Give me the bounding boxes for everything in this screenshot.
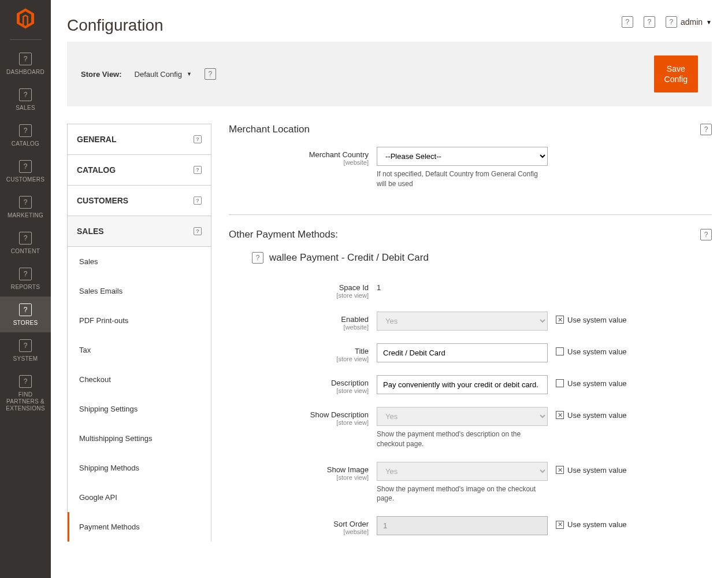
subsection-wallee[interactable]: ? wallee Payment - Credit / Debit Card (229, 252, 712, 264)
field-label-text: Space Id (339, 283, 369, 292)
section-merchant-location[interactable]: Merchant Location ? (229, 124, 712, 143)
config-tab-catalog[interactable]: CATALOG? (68, 155, 211, 186)
page-header: Configuration ? ? ? admin ▼ (67, 0, 712, 42)
stores-icon: ? (19, 303, 32, 316)
field-note: Show the payment method's image on the c… (377, 484, 548, 504)
nav-sales[interactable]: ?SALES (0, 81, 51, 117)
page-title: Configuration (67, 16, 164, 35)
field-note: Show the payment method's description on… (377, 429, 548, 449)
config-sub-payment-methods[interactable]: Payment Methods (68, 512, 211, 542)
subsection-title: wallee Payment - Credit / Debit Card (269, 252, 429, 264)
show-image-select: Yes (377, 462, 548, 481)
config-tab-general[interactable]: GENERAL? (68, 124, 211, 155)
config-sub-shipping-settings[interactable]: Shipping Settings (68, 394, 211, 424)
nav-catalog[interactable]: ?CATALOG (0, 117, 51, 153)
checkbox-icon (556, 379, 564, 387)
reports-icon: ? (19, 268, 32, 280)
nav-partners[interactable]: ?FIND PARTNERS & EXTENSIONS (0, 368, 51, 418)
nav-label: CONTENT (11, 248, 40, 255)
field-title: Title[store view] Use system value (229, 343, 712, 362)
save-config-button[interactable]: Save Config (654, 55, 698, 92)
checkbox-label: Use system value (567, 347, 627, 356)
nav-stores[interactable]: ?STORES (0, 297, 51, 332)
nav-label: SYSTEM (13, 355, 38, 362)
checkbox-label: Use system value (567, 379, 627, 388)
config-sub-google-api[interactable]: Google API (68, 483, 211, 512)
scope-label: Store View: (81, 70, 122, 79)
field-scope: [store view] (229, 474, 369, 481)
scope-help-icon[interactable]: ? (205, 68, 216, 80)
nav-label: DASHBOARD (6, 69, 44, 76)
user-menu[interactable]: ? admin ▼ (666, 16, 712, 28)
field-show-description: Show Description[store view] YesShow the… (229, 407, 712, 449)
config-sub-multishipping[interactable]: Multishipping Settings (68, 424, 211, 453)
description-input[interactable] (377, 375, 548, 394)
config-sub-sales[interactable]: Sales (68, 247, 211, 276)
nav-reports[interactable]: ?REPORTS (0, 261, 51, 297)
admin-sidebar: ?DASHBOARD ?SALES ?CATALOG ?CUSTOMERS ?M… (0, 0, 51, 578)
section-title: Other Payment Methods: (229, 229, 338, 240)
nav-customers[interactable]: ?CUSTOMERS (0, 153, 51, 189)
sales-icon: ? (19, 88, 32, 101)
use-system-show-image[interactable]: Use system value (556, 462, 627, 475)
field-label-text: Title (355, 347, 369, 355)
field-label-text: Show Description (310, 410, 369, 419)
nav-label: FIND PARTNERS & EXTENSIONS (6, 391, 44, 412)
collapse-icon: ? (252, 252, 263, 264)
nav-dashboard[interactable]: ?DASHBOARD (0, 46, 51, 81)
checkbox-icon (556, 521, 564, 529)
config-sub-shipping-methods[interactable]: Shipping Methods (68, 453, 211, 483)
field-label-text: Merchant Country (309, 150, 369, 159)
config-sub-sales-emails[interactable]: Sales Emails (68, 276, 211, 306)
content-icon: ? (19, 232, 32, 244)
config-content: GENERAL? CATALOG? CUSTOMERS? SALES? Sale… (67, 124, 712, 542)
notifications-icon[interactable]: ? (622, 16, 633, 28)
use-system-show-desc[interactable]: Use system value (556, 407, 627, 420)
checkbox-label: Use system value (567, 411, 627, 420)
checkbox-icon (556, 347, 564, 355)
field-note: If not specified, Default Country from G… (377, 169, 548, 189)
nav-label: MARKETING (8, 212, 43, 219)
scope-value: Default Config (135, 70, 182, 79)
checkbox-label: Use system value (567, 466, 627, 475)
scope-selector[interactable]: Default Config ▼ (135, 70, 192, 79)
search-icon[interactable]: ? (644, 16, 655, 28)
use-system-sort-order[interactable]: Use system value (556, 516, 627, 529)
nav-marketing[interactable]: ?MARKETING (0, 189, 51, 225)
expand-icon: ? (194, 227, 202, 235)
config-sub-checkout[interactable]: Checkout (68, 365, 211, 394)
field-merchant-country: Merchant Country [website] --Please Sele… (229, 147, 712, 189)
config-sub-pdf[interactable]: PDF Print-outs (68, 306, 211, 335)
config-tab-sales[interactable]: SALES? (68, 216, 211, 247)
sort-order-input (377, 516, 548, 535)
nav-label: CUSTOMERS (6, 176, 44, 183)
checkbox-icon (556, 466, 564, 474)
use-system-description[interactable]: Use system value (556, 375, 627, 388)
field-scope: [store view] (229, 292, 369, 299)
use-system-title[interactable]: Use system value (556, 343, 627, 356)
nav-label: STORES (13, 320, 38, 327)
collapse-icon: ? (194, 135, 202, 143)
config-nav: GENERAL? CATALOG? CUSTOMERS? SALES? Sale… (67, 124, 211, 542)
use-system-enabled[interactable]: Use system value (556, 312, 627, 324)
section-toggle-icon: ? (700, 124, 712, 135)
sidebar-divider (10, 39, 42, 40)
chevron-down-icon: ▼ (706, 19, 712, 25)
merchant-country-select[interactable]: --Please Select-- (377, 147, 548, 166)
section-toggle-icon: ? (700, 229, 712, 240)
section-other-payment[interactable]: Other Payment Methods: ? (229, 229, 712, 249)
user-name: admin (681, 17, 703, 27)
config-sub-tax[interactable]: Tax (68, 335, 211, 365)
customers-icon: ? (19, 160, 32, 173)
user-icon: ? (666, 16, 677, 28)
field-scope: [store view] (229, 419, 369, 426)
checkbox-icon (556, 316, 564, 324)
dashboard-icon: ? (19, 53, 32, 65)
config-body: Merchant Location ? Merchant Country [we… (229, 124, 712, 542)
nav-label: REPORTS (11, 284, 40, 291)
config-tab-customers[interactable]: CUSTOMERS? (68, 186, 211, 216)
title-input[interactable] (377, 343, 548, 362)
nav-label: CATALOG (12, 140, 39, 147)
nav-content[interactable]: ?CONTENT (0, 225, 51, 261)
nav-system[interactable]: ?SYSTEM (0, 332, 51, 368)
